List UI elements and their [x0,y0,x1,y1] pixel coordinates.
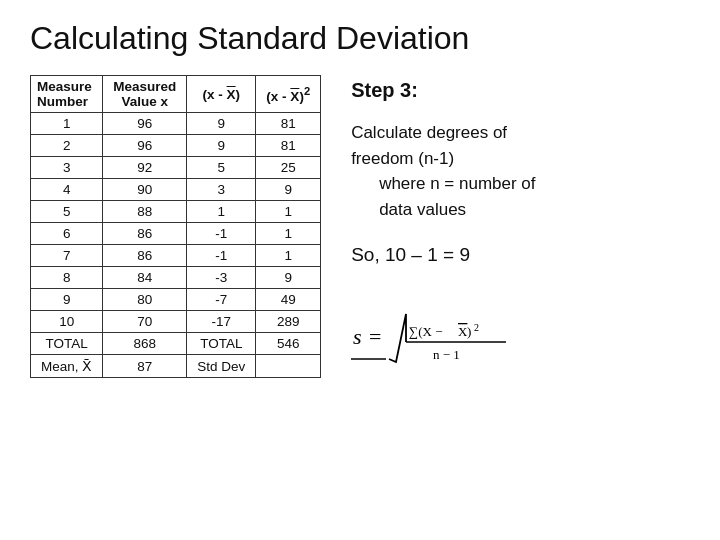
cell-diff: -1 [187,245,256,267]
cell-mean-diffsq [256,355,321,378]
svg-text:n − 1: n − 1 [433,347,460,362]
content-area: MeasureNumber MeasuredValue x (x - X) (x… [30,75,690,378]
right-panel: Step 3: Calculate degrees of freedom (n-… [351,75,690,374]
desc-line2: freedom (n-1) [351,146,690,172]
formula-svg: s = ∑(X − X ) 2 n − 1 [351,294,521,374]
mean-row: Mean, X̄ 87 Std Dev [31,355,321,378]
step3-label: Step 3: [351,79,690,102]
cell-num: 7 [31,245,103,267]
cell-num: 6 [31,223,103,245]
so-line: So, 10 – 1 = 9 [351,244,690,266]
cell-diff: -1 [187,223,256,245]
cell-num: 2 [31,135,103,157]
table-row: 8 84 -3 9 [31,267,321,289]
col-header-diff: (x - X) [187,76,256,113]
cell-diff: 9 [187,135,256,157]
cell-val: 90 [103,179,187,201]
svg-text:s: s [353,324,362,349]
data-table: MeasureNumber MeasuredValue x (x - X) (x… [30,75,321,378]
cell-val: 86 [103,245,187,267]
table-row: 9 80 -7 49 [31,289,321,311]
table-row: 1 96 9 81 [31,113,321,135]
cell-total-num: TOTAL [31,333,103,355]
cell-num: 4 [31,179,103,201]
cell-val: 88 [103,201,187,223]
cell-diff: 1 [187,201,256,223]
col-header-value: MeasuredValue x [103,76,187,113]
table-row: 2 96 9 81 [31,135,321,157]
cell-val: 96 [103,135,187,157]
page-title: Calculating Standard Deviation [30,20,690,57]
svg-text:∑(X −: ∑(X − [409,324,443,339]
cell-val: 84 [103,267,187,289]
cell-mean-num: Mean, X̄ [31,355,103,378]
table-row: 6 86 -1 1 [31,223,321,245]
cell-diff: 9 [187,113,256,135]
cell-total-val: 868 [103,333,187,355]
cell-val: 86 [103,223,187,245]
cell-num: 3 [31,157,103,179]
table-row: 7 86 -1 1 [31,245,321,267]
total-row: TOTAL 868 TOTAL 546 [31,333,321,355]
cell-num: 5 [31,201,103,223]
table-row: 10 70 -17 289 [31,311,321,333]
cell-diff: 5 [187,157,256,179]
desc-line3: where n = number of [351,171,690,197]
cell-diffsq: 9 [256,179,321,201]
svg-text:=: = [369,324,381,349]
cell-val: 92 [103,157,187,179]
cell-diffsq: 1 [256,245,321,267]
cell-val: 70 [103,311,187,333]
formula-box: s = ∑(X − X ) 2 n − 1 [351,294,690,374]
page: Calculating Standard Deviation MeasureNu… [0,0,720,540]
col-header-diffsq: (x - X)2 [256,76,321,113]
cell-mean-diff: Std Dev [187,355,256,378]
cell-diff: -17 [187,311,256,333]
cell-diffsq: 9 [256,267,321,289]
cell-total-diff: TOTAL [187,333,256,355]
col-header-measure: MeasureNumber [31,76,103,113]
cell-diff: -3 [187,267,256,289]
cell-diffsq: 289 [256,311,321,333]
svg-text:): ) [467,324,471,339]
cell-val: 96 [103,113,187,135]
cell-diff: 3 [187,179,256,201]
svg-text:2: 2 [474,322,479,333]
table-row: 3 92 5 25 [31,157,321,179]
table-row: 4 90 3 9 [31,179,321,201]
cell-diffsq: 81 [256,113,321,135]
cell-diffsq: 1 [256,223,321,245]
cell-val: 80 [103,289,187,311]
cell-num: 10 [31,311,103,333]
cell-mean-val: 87 [103,355,187,378]
cell-diffsq: 49 [256,289,321,311]
cell-diffsq: 25 [256,157,321,179]
desc-line1: Calculate degrees of [351,120,690,146]
cell-diff: -7 [187,289,256,311]
cell-diffsq: 1 [256,201,321,223]
calc-description: Calculate degrees of freedom (n-1) where… [351,120,690,222]
cell-num: 9 [31,289,103,311]
desc-line4: data values [351,197,690,223]
table-row: 5 88 1 1 [31,201,321,223]
cell-num: 1 [31,113,103,135]
cell-diffsq: 81 [256,135,321,157]
cell-total-diffsq: 546 [256,333,321,355]
cell-num: 8 [31,267,103,289]
